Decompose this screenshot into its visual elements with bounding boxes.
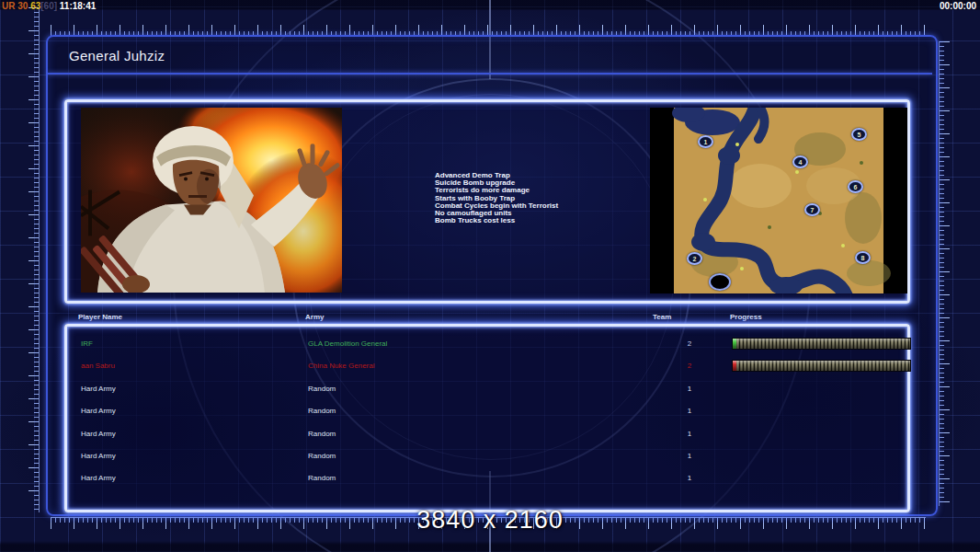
map-marker-label: 4 <box>799 159 803 166</box>
team-cell: 1 <box>676 427 703 442</box>
map-marker-black <box>709 273 731 291</box>
map-marker-label: 6 <box>854 184 858 190</box>
player-name-cell: Hard Army <box>81 404 116 419</box>
column-header-progress: Progress <box>730 313 762 321</box>
debug-status-text: UR 30 63[60] 11:18:41 <box>2 1 96 11</box>
status-bar: UR 30 63[60] 11:18:41 00:00:00 <box>0 1 980 12</box>
table-row: aan Sabru China Nuke General 2 <box>67 359 907 374</box>
resolution-text: 3840 x 2160 <box>416 506 564 535</box>
team-cell: 2 <box>676 337 703 351</box>
progress-segments <box>736 361 910 371</box>
player-name-cell: IRF <box>81 337 93 351</box>
team-cell: 1 <box>676 382 703 397</box>
army-cell: Random <box>308 449 336 464</box>
ability-line: Bomb Trucks cost less <box>435 217 646 224</box>
map-marker-7: 7 <box>804 203 820 216</box>
progress-segments <box>736 339 910 349</box>
fps-label: UR 30 <box>2 1 28 11</box>
team-cell: 1 <box>676 471 703 486</box>
progress-bar <box>732 338 911 350</box>
player-rows: IRF GLA Demolition General 2 aan Sabru C… <box>67 327 907 510</box>
army-cell: Random <box>308 427 336 442</box>
table-row: Hard Army Random 1 <box>67 404 907 419</box>
table-row: Hard Army Random 1 <box>67 382 907 397</box>
abilities-list: Advanced Demo Trap Suicide Bomb upgrade … <box>435 172 646 224</box>
map-marker-label: 5 <box>858 132 861 138</box>
column-header-army: Army <box>305 313 324 321</box>
map-marker-1: 1 <box>698 135 713 148</box>
player-name-cell: Hard Army <box>81 449 116 464</box>
general-info-panel: Advanced Demo Trap Suicide Bomb upgrade … <box>64 99 910 304</box>
player-name-cell: Hard Army <box>81 427 116 442</box>
map-markers: 1245678 <box>650 108 907 293</box>
clock-text: 11:18:41 <box>60 1 96 11</box>
army-cell: Random <box>308 471 336 486</box>
column-header-player: Player Name <box>78 313 122 321</box>
table-row: Hard Army Random 1 <box>67 471 907 486</box>
table-row: Hard Army Random 1 <box>67 449 907 464</box>
player-name-cell: Hard Army <box>81 471 116 486</box>
army-cell: Random <box>308 404 336 419</box>
map-marker-label: 7 <box>811 207 815 213</box>
map-marker-label: 2 <box>693 256 697 262</box>
army-cell: China Nuke General <box>308 359 374 374</box>
page-title: General Juhziz <box>69 48 165 63</box>
team-cell: 2 <box>676 359 703 374</box>
table-row: Hard Army Random 1 <box>67 427 907 442</box>
team-cell: 1 <box>676 449 703 464</box>
fps-value: 63 <box>30 1 40 11</box>
title-divider <box>48 73 932 75</box>
player-name-cell: aan Sabru <box>81 359 115 374</box>
map-marker-label: 8 <box>861 255 865 261</box>
map-preview: 1245678 <box>650 108 907 293</box>
table-row: IRF GLA Demolition General 2 <box>67 337 907 351</box>
progress-first-segment <box>733 361 736 371</box>
map-marker-label: 1 <box>704 139 708 145</box>
army-cell: Random <box>308 382 336 397</box>
team-cell: 1 <box>676 404 703 419</box>
army-cell: GLA Demolition General <box>308 337 387 351</box>
map-marker-4: 4 <box>792 155 808 168</box>
map-marker-5: 5 <box>851 128 867 141</box>
general-portrait <box>81 108 342 293</box>
column-header-team: Team <box>653 313 671 321</box>
player-name-cell: Hard Army <box>81 382 116 397</box>
map-marker-2: 2 <box>687 252 702 265</box>
map-marker-6: 6 <box>848 180 863 193</box>
player-table-panel: IRF GLA Demolition General 2 aan Sabru C… <box>64 324 910 512</box>
portrait-art <box>81 108 342 293</box>
progress-first-segment <box>733 339 736 349</box>
progress-bar <box>732 360 911 372</box>
fps-cap: [60] <box>40 1 57 11</box>
map-marker-8: 8 <box>855 251 871 264</box>
match-timer: 00:00:00 <box>940 1 976 11</box>
